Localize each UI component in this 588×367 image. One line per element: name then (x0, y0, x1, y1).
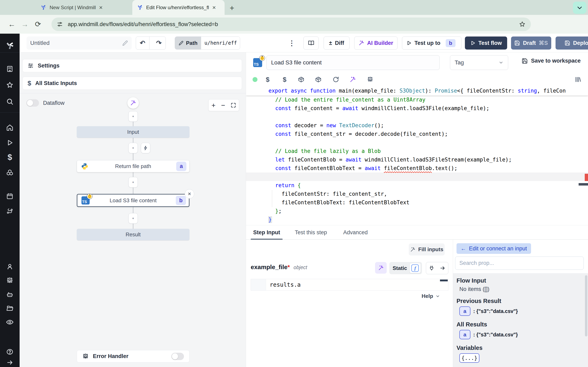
diff-button[interactable]: ±Diff (324, 36, 350, 50)
variables-row[interactable]: {...} (459, 353, 588, 363)
tab-test-this-step[interactable]: Test this step (295, 225, 327, 240)
code-editor[interactable]: export async function main(example_file:… (246, 86, 588, 225)
code-sticky-line: export async function main(example_file:… (246, 86, 588, 95)
reload-icon[interactable] (331, 75, 341, 84)
previous-result-row[interactable]: a : {"s3":"data.csv"} (459, 307, 588, 316)
flow-settings-button[interactable]: Settings (22, 59, 242, 72)
all-static-inputs-button[interactable]: $ All Static Inputs (22, 77, 242, 90)
editor-scrollbar[interactable] (579, 183, 588, 185)
new-tab-button[interactable]: + (230, 4, 234, 12)
variables-dollar-icon[interactable]: $ (263, 75, 273, 84)
gear-icon[interactable] (0, 276, 20, 285)
home-icon[interactable] (0, 123, 20, 133)
variables-pill[interactable]: {...} (459, 353, 479, 363)
tab-step-input[interactable]: Step Input (253, 225, 280, 240)
resources-icon[interactable] (0, 167, 20, 177)
bookmark-star-icon[interactable] (519, 21, 526, 27)
function-mode-pill[interactable]: f (410, 263, 421, 273)
mini-scrollbar (440, 280, 448, 281)
ai-wand-button[interactable] (127, 97, 139, 109)
browser-tab-edit-flow[interactable]: Edit Flow u/henri/effortless_fl × (132, 0, 225, 15)
folder-icon[interactable] (0, 303, 20, 313)
variables-icon[interactable]: $ (0, 152, 20, 162)
ai-builder-button[interactable]: AI Builder (354, 36, 398, 50)
redo-button[interactable]: ↷ (152, 37, 165, 49)
package-icon[interactable] (313, 75, 323, 84)
arrow-right-icon[interactable] (440, 265, 445, 271)
help-dropdown[interactable]: Help (422, 293, 440, 299)
more-options-kebab-icon[interactable]: ⋮ (287, 36, 296, 50)
site-settings-icon[interactable] (57, 21, 63, 27)
users-person-icon[interactable] (0, 262, 20, 272)
tab-advanced[interactable]: Advanced (343, 225, 368, 240)
edit-or-connect-chip[interactable]: ← Edit or connect an input (457, 243, 531, 254)
deploy-button[interactable]: Deploy (555, 36, 588, 50)
path-control[interactable]: Path u/henri/eff (175, 36, 240, 50)
add-step-button[interactable]: + (129, 213, 138, 224)
tab-close-icon[interactable]: × (212, 4, 216, 11)
zoom-in-button[interactable]: + (212, 101, 216, 109)
test-up-to-button[interactable]: Test up to b (402, 36, 461, 50)
browser-tab-new-script[interactable]: New Script | Windmill × (36, 0, 125, 15)
flow-name-input[interactable]: Untitled (26, 36, 132, 50)
expand-arrow-icon[interactable] (0, 358, 20, 367)
error-handler-toggle[interactable] (171, 353, 184, 360)
graph-node-a[interactable]: Return file path a (77, 160, 190, 172)
library-icon[interactable] (573, 75, 583, 84)
gear-icon[interactable] (365, 75, 375, 84)
dataflow-toggle[interactable] (26, 99, 39, 107)
fullscreen-icon[interactable] (231, 103, 236, 108)
draft-button[interactable]: Draft ⌘S (511, 36, 551, 50)
save-to-workspace-button[interactable]: Save to workspace (522, 58, 581, 64)
omnibox[interactable]: app.windmill.dev/flows/edit/u/henri/effo… (52, 17, 531, 31)
add-trigger-bolt-button[interactable] (141, 143, 150, 153)
tab-close-icon[interactable]: × (99, 4, 103, 11)
workers-robot-icon[interactable] (0, 290, 20, 299)
runs-icon[interactable] (0, 138, 20, 148)
search-prop-input[interactable]: Search prop... (455, 257, 584, 270)
search-icon[interactable] (0, 97, 20, 106)
ai-wand-icon[interactable] (348, 75, 358, 84)
error-handler-row[interactable]: Error Handler (77, 350, 190, 363)
windmill-logo[interactable] (0, 41, 20, 50)
ai-fill-field-button[interactable] (375, 262, 387, 274)
schedules-calendar-icon[interactable] (0, 191, 20, 201)
zoom-out-button[interactable]: − (221, 101, 225, 109)
sidebar-item-favorites[interactable] (0, 80, 20, 90)
draft-shortcut: ⌘S (539, 40, 548, 46)
triggers-route-icon[interactable] (0, 206, 20, 216)
all-results-row[interactable]: a : {"s3":"data.csv"} (459, 330, 588, 339)
result-value: : {"s3":"data.csv"} (473, 308, 518, 314)
graph-node-input[interactable]: Input (77, 126, 190, 138)
package-icon[interactable] (296, 75, 306, 84)
delete-node-x-button[interactable]: × (185, 189, 194, 199)
graph-node-result[interactable]: Result (77, 229, 190, 240)
props-scrollbar[interactable] (585, 275, 587, 336)
forward-icon[interactable]: → (18, 20, 31, 29)
add-step-button[interactable]: + (129, 143, 138, 153)
tag-select[interactable]: Tag (450, 55, 508, 70)
expression-editor[interactable]: results.a (251, 279, 448, 291)
fill-inputs-button[interactable]: Fill inputs (409, 243, 445, 256)
reload-icon[interactable]: ⟳ (31, 20, 44, 29)
add-step-button[interactable]: + (129, 111, 138, 122)
add-step-button[interactable]: + (129, 177, 138, 188)
docs-book-button[interactable] (303, 36, 319, 50)
test-flow-button[interactable]: Test flow (465, 36, 507, 50)
section-flow-input: Flow Input (457, 277, 588, 284)
result-key-pill[interactable]: a (459, 330, 470, 339)
static-toggle-group[interactable]: Static f (389, 262, 422, 274)
resources-dollar-icon[interactable]: $ (279, 75, 290, 84)
back-icon[interactable]: ← (5, 20, 18, 29)
step-name-input[interactable]: Load S3 file content (267, 55, 440, 70)
result-key-pill[interactable]: a (459, 307, 470, 316)
wand-icon (378, 265, 384, 271)
help-icon[interactable] (0, 347, 20, 357)
play-icon (406, 40, 412, 46)
plug-icon[interactable] (429, 265, 434, 271)
undo-button[interactable]: ↶ (136, 37, 149, 49)
graph-node-b-selected[interactable]: TS👶 Load S3 file content b (77, 194, 190, 207)
sidebar-item-workspace[interactable] (0, 64, 20, 74)
audit-eye-icon[interactable] (0, 317, 20, 327)
tab-search-button[interactable] (573, 2, 586, 14)
